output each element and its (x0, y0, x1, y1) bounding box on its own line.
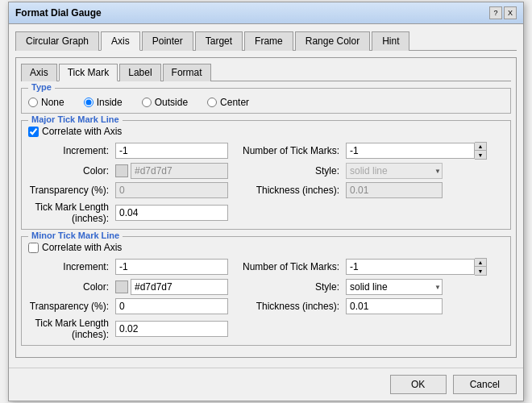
minor-thickness-label: Thickness (inches): (235, 301, 339, 312)
title-bar-buttons: ? X (489, 6, 517, 19)
minor-color-input[interactable] (131, 279, 228, 295)
radio-inside-input[interactable] (84, 98, 94, 107)
major-num-ticks-down[interactable]: ▼ (475, 151, 486, 159)
minor-transparency-label: Transparency (%): (28, 301, 109, 312)
major-num-ticks-up[interactable]: ▲ (475, 143, 486, 151)
radio-outside-label: Outside (155, 97, 188, 108)
minor-num-ticks-label: Number of Tick Marks: (235, 261, 339, 272)
radio-none[interactable]: None (28, 97, 64, 108)
close-button[interactable]: X (504, 6, 517, 19)
minor-style-wrap: solid line ▼ (346, 279, 443, 295)
major-num-ticks-input[interactable] (346, 143, 475, 159)
ok-button[interactable]: OK (390, 375, 447, 394)
radio-outside-input[interactable] (142, 98, 152, 107)
dialog-title: Format Dial Gauge (15, 7, 102, 19)
minor-section: Minor Tick Mark Line Correlate with Axis… (21, 236, 511, 346)
minor-tick-length-input[interactable] (115, 321, 228, 337)
tab-range-color[interactable]: Range Color (295, 31, 370, 51)
dialog-content: Circular Graph Axis Pointer Target Frame… (9, 24, 523, 364)
radio-none-input[interactable] (28, 98, 38, 107)
minor-style-label: Style: (235, 281, 339, 293)
major-style-select[interactable]: solid line (346, 163, 443, 179)
major-section: Major Tick Mark Line Correlate with Axis… (21, 120, 511, 230)
major-transparency-input[interactable] (115, 182, 228, 198)
major-color-input[interactable] (131, 163, 228, 179)
help-button[interactable]: ? (489, 6, 502, 19)
minor-num-ticks-spinner: ▲ ▼ (346, 258, 443, 276)
minor-num-ticks-up[interactable]: ▲ (475, 259, 486, 267)
top-tabs: Circular Graph Axis Pointer Target Frame… (15, 31, 517, 51)
minor-num-ticks-spinner-btns: ▲ ▼ (475, 258, 487, 276)
minor-correlate-checkbox[interactable] (28, 243, 39, 253)
radio-center-input[interactable] (207, 98, 217, 107)
major-transparency-label: Transparency (%): (28, 185, 109, 196)
major-increment-input[interactable] (115, 143, 228, 159)
tab-label[interactable]: Label (119, 64, 160, 81)
major-section-label: Major Tick Mark Line (28, 114, 123, 124)
minor-correlate-row: Correlate with Axis (28, 242, 504, 253)
major-correlate-row: Correlate with Axis (28, 126, 504, 137)
minor-transparency-input[interactable] (115, 298, 228, 314)
type-section: Type None Inside Outside (21, 88, 511, 114)
major-style-label: Style: (235, 165, 339, 177)
minor-style-select[interactable]: solid line (346, 279, 443, 295)
type-radio-group: None Inside Outside Center (28, 97, 504, 108)
dialog-footer: OK Cancel (9, 368, 523, 401)
major-color-swatch[interactable] (115, 164, 128, 177)
radio-center[interactable]: Center (207, 97, 249, 108)
minor-thickness-input[interactable] (346, 298, 443, 314)
title-bar: Format Dial Gauge ? X (9, 2, 523, 24)
type-section-label: Type (28, 82, 55, 92)
major-color-label: Color: (28, 165, 109, 177)
format-dial-gauge-dialog: Format Dial Gauge ? X Circular Graph Axi… (8, 2, 524, 401)
major-correlate-checkbox[interactable] (28, 127, 39, 137)
radio-center-label: Center (220, 97, 249, 108)
minor-tick-length-label: Tick Mark Length (inches): (28, 318, 109, 340)
tab-pointer[interactable]: Pointer (142, 31, 193, 51)
radio-inside[interactable]: Inside (84, 97, 123, 108)
major-tick-length-label: Tick Mark Length (inches): (28, 202, 109, 224)
tab-tick-mark[interactable]: Tick Mark (59, 64, 118, 81)
radio-inside-label: Inside (97, 97, 123, 108)
minor-increment-input[interactable] (115, 259, 228, 275)
minor-num-ticks-down[interactable]: ▼ (475, 267, 486, 275)
major-thickness-input[interactable] (346, 182, 443, 198)
major-increment-label: Increment: (28, 145, 109, 156)
major-color-wrap (115, 163, 228, 179)
tab-circular-graph[interactable]: Circular Graph (15, 31, 99, 51)
minor-color-wrap (115, 279, 228, 295)
tab-axis[interactable]: Axis (101, 31, 140, 51)
tab-frame[interactable]: Frame (244, 31, 293, 51)
minor-num-ticks-input[interactable] (346, 259, 475, 275)
minor-increment-label: Increment: (28, 261, 109, 272)
minor-color-swatch[interactable] (115, 280, 128, 293)
major-thickness-label: Thickness (inches): (235, 185, 339, 196)
cancel-button[interactable]: Cancel (453, 375, 517, 394)
major-tick-length-input[interactable] (115, 205, 228, 221)
major-num-ticks-spinner-btns: ▲ ▼ (475, 142, 487, 160)
major-num-ticks-label: Number of Tick Marks: (235, 145, 339, 156)
tab-axis-inner[interactable]: Axis (21, 64, 57, 81)
tab-hint[interactable]: Hint (372, 31, 409, 51)
radio-outside[interactable]: Outside (142, 97, 188, 108)
minor-correlate-label: Correlate with Axis (42, 242, 122, 253)
major-correlate-label: Correlate with Axis (42, 126, 122, 137)
inner-panel: Axis Tick Mark Label Format Type None In… (15, 57, 517, 358)
inner-tabs: Axis Tick Mark Label Format (21, 63, 511, 81)
major-style-wrap: solid line ▼ (346, 163, 443, 179)
minor-color-label: Color: (28, 281, 109, 293)
major-num-ticks-spinner: ▲ ▼ (346, 142, 443, 160)
minor-section-label: Minor Tick Mark Line (28, 231, 123, 240)
tab-target[interactable]: Target (195, 31, 243, 51)
radio-none-label: None (41, 97, 64, 108)
tab-format[interactable]: Format (163, 64, 211, 81)
